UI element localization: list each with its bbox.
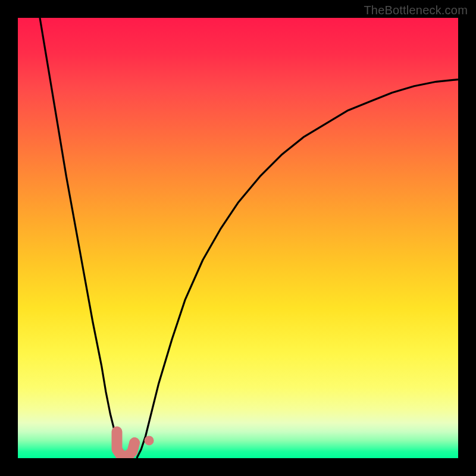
marker-dot bbox=[145, 436, 154, 445]
watermark-text: TheBottleneck.com bbox=[364, 4, 468, 17]
left-curve bbox=[40, 18, 128, 458]
right-curve bbox=[137, 80, 458, 458]
plot-area bbox=[18, 18, 458, 458]
curves-svg bbox=[18, 18, 458, 458]
chart-frame: TheBottleneck.com bbox=[0, 0, 476, 476]
marker-stroke bbox=[117, 432, 135, 456]
